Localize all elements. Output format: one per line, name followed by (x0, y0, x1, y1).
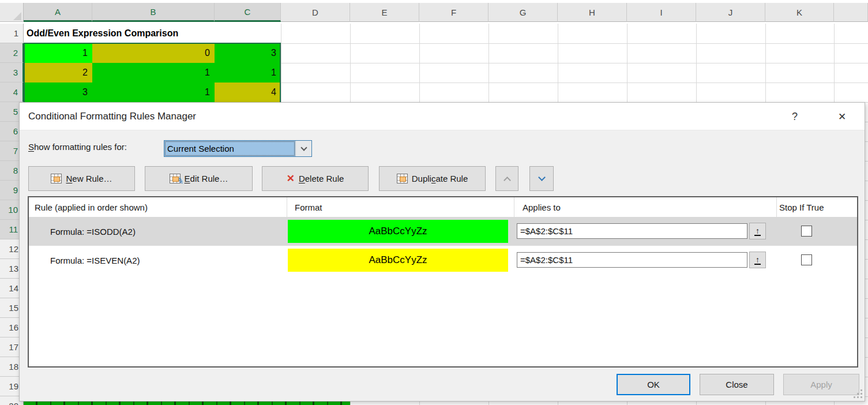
close-button[interactable]: Close (700, 374, 774, 395)
column-header-f[interactable]: F (419, 3, 489, 22)
cell-a3[interactable]: 2 (24, 63, 92, 82)
column-header-partial[interactable] (834, 3, 868, 22)
new-rule-button[interactable]: New Rule… (28, 166, 135, 191)
rules-list: Rule (applied in order shown) Format App… (28, 196, 858, 367)
cell-c2[interactable]: 3 (215, 43, 281, 63)
row-header-2[interactable]: 2 (0, 43, 24, 63)
edit-rule-label: Edit Rule… (185, 174, 228, 183)
column-header-c[interactable]: C (215, 3, 281, 22)
apply-button[interactable]: Apply (783, 374, 859, 395)
move-rule-down-button[interactable] (529, 166, 554, 191)
red-x-icon: ✕ (287, 172, 295, 185)
column-header-format: Format (295, 197, 322, 217)
show-rules-dropdown[interactable]: Current Selection (164, 140, 312, 157)
chevron-up-icon (503, 177, 511, 184)
ok-button[interactable]: OK (617, 374, 690, 395)
column-header-e[interactable]: E (350, 3, 419, 22)
format-preview-swatch: AaBbCcYyZz (288, 220, 508, 243)
row-header-4[interactable]: 4 (0, 82, 24, 102)
chevron-down-icon (300, 144, 307, 151)
cell-a2[interactable]: 1 (24, 43, 92, 63)
range-picker-icon: ↑ (754, 256, 761, 265)
range-picker-icon: ↑ (754, 227, 761, 236)
dropdown-arrow-button[interactable] (295, 141, 311, 156)
column-header-d[interactable]: D (281, 3, 350, 22)
conditional-formatting-rules-manager-dialog: Conditional Formatting Rules Manager ? ✕… (19, 102, 865, 402)
column-header-stop-if-true: Stop If True (779, 197, 824, 217)
column-header-applies-to: Applies to (523, 197, 561, 217)
cell-a1-title[interactable]: Odd/Even Expression Comparison (24, 24, 281, 43)
table-icon (397, 174, 408, 183)
new-rule-label: New Rule… (66, 174, 112, 183)
dialog-titlebar[interactable]: Conditional Formatting Rules Manager ? ✕ (20, 103, 865, 130)
column-header-rule: Rule (applied in order shown) (35, 197, 148, 217)
column-header-a[interactable]: A (24, 3, 92, 22)
selection-border-left (24, 43, 25, 102)
selection-border-top (24, 43, 281, 44)
duplicate-rule-label: Duplicate Rule (412, 174, 468, 183)
stop-if-true-checkbox[interactable] (801, 226, 812, 237)
cell-c4[interactable]: 4 (215, 82, 281, 102)
close-icon[interactable]: ✕ (832, 103, 852, 130)
cell-b3[interactable]: 1 (92, 63, 215, 82)
header-separator (287, 197, 287, 217)
format-preview-swatch: AaBbCcYyZz (288, 249, 508, 272)
column-header-b[interactable]: B (92, 3, 215, 22)
delete-rule-button[interactable]: ✕ Delete Rule (262, 166, 369, 191)
rule-description: Formula: =ISODD(A2) (50, 217, 136, 246)
cell-b2[interactable]: 0 (92, 43, 215, 63)
applies-to-input[interactable] (517, 252, 747, 268)
cell-c3[interactable]: 1 (215, 63, 281, 82)
delete-rule-label: Delete Rule (299, 174, 344, 183)
rule-description: Formula: =ISEVEN(A2) (50, 246, 140, 275)
collapse-dialog-button[interactable]: ↑ (749, 223, 766, 239)
column-header-h[interactable]: H (558, 3, 627, 22)
column-header-g[interactable]: G (489, 3, 558, 22)
table-pencil-icon: ✎ (170, 174, 181, 183)
table-icon (51, 174, 62, 183)
cell-a4[interactable]: 3 (24, 82, 92, 102)
chevron-down-icon (538, 174, 546, 181)
help-icon[interactable]: ? (785, 103, 805, 130)
collapse-dialog-button[interactable]: ↑ (749, 252, 766, 268)
row-header-1[interactable]: 1 (0, 24, 24, 43)
header-separator (776, 197, 777, 217)
column-header-j[interactable]: J (696, 3, 765, 22)
header-separator (514, 197, 514, 217)
move-rule-up-button[interactable] (495, 166, 518, 191)
select-all-corner[interactable] (0, 3, 24, 22)
row-header-3[interactable]: 3 (0, 63, 24, 82)
applies-to-input[interactable] (517, 223, 747, 239)
show-rules-label: Show formatting rules for: (28, 142, 127, 152)
rule-row-iseven[interactable]: Formula: =ISEVEN(A2) AaBbCcYyZz ↑ (29, 246, 857, 275)
column-header-k[interactable]: K (765, 3, 834, 22)
edit-rule-button[interactable]: ✎ Edit Rule… (145, 166, 253, 191)
show-rules-dropdown-value[interactable]: Current Selection (164, 141, 295, 156)
duplicate-rule-button[interactable]: Duplicate Rule (379, 166, 486, 191)
cell-b4[interactable]: 1 (92, 82, 215, 102)
column-header-i[interactable]: I (627, 3, 696, 22)
resize-grip[interactable] (854, 389, 863, 399)
dialog-title: Conditional Formatting Rules Manager (28, 103, 196, 130)
rule-row-isodd[interactable]: Formula: =ISODD(A2) AaBbCcYyZz ↑ (29, 217, 857, 246)
selection-border-right (280, 43, 281, 102)
stop-if-true-checkbox[interactable] (801, 254, 812, 265)
